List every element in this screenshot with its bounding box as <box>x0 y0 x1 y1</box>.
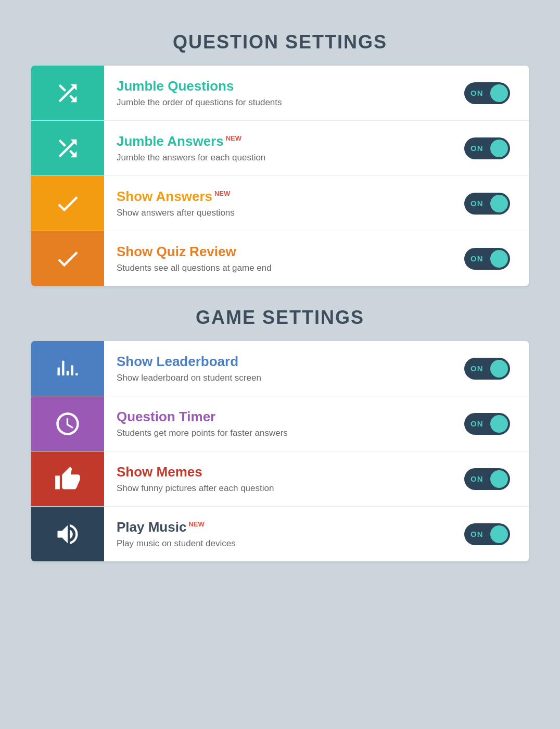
question-timer-content: Question Timer Students get more points … <box>104 398 454 449</box>
game-settings-card: Show Leaderboard Show leaderboard on stu… <box>31 341 529 561</box>
show-quiz-review-title: Show Quiz Review <box>117 244 441 260</box>
show-answers-toggle[interactable]: ON <box>454 193 529 215</box>
show-answers-content: Show AnswersNEW Show answers after quest… <box>104 178 454 229</box>
jumble-answers-row: Jumble AnswersNEW Jumble the answers for… <box>31 121 529 176</box>
show-leaderboard-row: Show Leaderboard Show leaderboard on stu… <box>31 341 529 396</box>
toggle-label: ON <box>470 474 483 483</box>
show-quiz-review-row: Show Quiz Review Students see all questi… <box>31 231 529 286</box>
new-badge: NEW <box>226 134 241 142</box>
play-music-content: Play MusicNEW Play music on student devi… <box>104 509 454 559</box>
toggle-knob <box>490 84 508 102</box>
show-memes-row: Show Memes Show funny pictures after eac… <box>31 451 529 507</box>
toggle-switch[interactable]: ON <box>464 137 510 159</box>
toggle-switch[interactable]: ON <box>464 248 510 270</box>
question-timer-desc: Students get more points for faster answ… <box>117 428 441 438</box>
show-leaderboard-content: Show Leaderboard Show leaderboard on stu… <box>104 343 454 394</box>
show-quiz-review-icon <box>31 231 104 286</box>
play-music-icon <box>31 507 104 561</box>
toggle-label: ON <box>470 144 483 153</box>
toggle-label: ON <box>470 530 483 538</box>
show-memes-desc: Show funny pictures after each question <box>117 483 441 494</box>
show-answers-icon <box>31 176 104 231</box>
question-settings-title: QUESTION SETTINGS <box>31 31 529 53</box>
game-settings-title: GAME SETTINGS <box>31 307 529 329</box>
toggle-label: ON <box>470 419 483 428</box>
question-timer-toggle[interactable]: ON <box>454 413 529 435</box>
show-leaderboard-title: Show Leaderboard <box>117 354 441 370</box>
new-badge: NEW <box>188 520 204 528</box>
jumble-questions-content: Jumble Questions Jumble the order of que… <box>104 68 454 118</box>
play-music-desc: Play music on student devices <box>117 538 441 549</box>
show-memes-title: Show Memes <box>117 464 441 480</box>
show-memes-content: Show Memes Show funny pictures after eac… <box>104 454 454 504</box>
toggle-knob <box>490 415 508 433</box>
toggle-knob <box>490 360 508 378</box>
toggle-switch[interactable]: ON <box>464 468 510 490</box>
toggle-knob <box>490 140 508 157</box>
show-quiz-review-toggle[interactable]: ON <box>454 248 529 270</box>
play-music-toggle[interactable]: ON <box>454 523 529 545</box>
show-quiz-review-content: Show Quiz Review Students see all questi… <box>104 233 454 284</box>
jumble-questions-title: Jumble Questions <box>117 78 441 94</box>
toggle-label: ON <box>470 89 483 97</box>
question-timer-title: Question Timer <box>117 409 441 425</box>
jumble-answers-content: Jumble AnswersNEW Jumble the answers for… <box>104 123 454 173</box>
show-leaderboard-desc: Show leaderboard on student screen <box>117 373 441 383</box>
question-timer-row: Question Timer Students get more points … <box>31 396 529 451</box>
show-quiz-review-desc: Students see all questions at game end <box>117 263 441 273</box>
toggle-switch[interactable]: ON <box>464 82 510 104</box>
jumble-answers-toggle[interactable]: ON <box>454 137 529 159</box>
show-answers-desc: Show answers after questions <box>117 208 441 218</box>
play-music-title: Play MusicNEW <box>117 519 441 535</box>
toggle-switch[interactable]: ON <box>464 413 510 435</box>
show-leaderboard-icon <box>31 341 104 396</box>
jumble-answers-icon <box>31 121 104 175</box>
show-leaderboard-toggle[interactable]: ON <box>454 358 529 380</box>
show-answers-row: Show AnswersNEW Show answers after quest… <box>31 176 529 231</box>
toggle-label: ON <box>470 364 483 373</box>
toggle-switch[interactable]: ON <box>464 358 510 380</box>
question-timer-icon <box>31 396 104 451</box>
show-memes-toggle[interactable]: ON <box>454 468 529 490</box>
jumble-questions-desc: Jumble the order of questions for studen… <box>117 97 441 108</box>
toggle-knob <box>490 195 508 212</box>
toggle-label: ON <box>470 199 483 208</box>
toggle-knob <box>490 470 508 488</box>
show-memes-icon <box>31 451 104 506</box>
toggle-knob <box>490 250 508 268</box>
toggle-label: ON <box>470 254 483 263</box>
jumble-questions-row: Jumble Questions Jumble the order of que… <box>31 66 529 121</box>
jumble-questions-icon <box>31 66 104 120</box>
toggle-switch[interactable]: ON <box>464 523 510 545</box>
toggle-knob <box>490 525 508 543</box>
jumble-answers-title: Jumble AnswersNEW <box>117 133 441 149</box>
jumble-questions-toggle[interactable]: ON <box>454 82 529 104</box>
question-settings-card: Jumble Questions Jumble the order of que… <box>31 66 529 286</box>
jumble-answers-desc: Jumble the answers for each question <box>117 153 441 163</box>
new-badge: NEW <box>214 190 230 197</box>
show-answers-title: Show AnswersNEW <box>117 188 441 205</box>
toggle-switch[interactable]: ON <box>464 193 510 215</box>
play-music-row: Play MusicNEW Play music on student devi… <box>31 507 529 561</box>
